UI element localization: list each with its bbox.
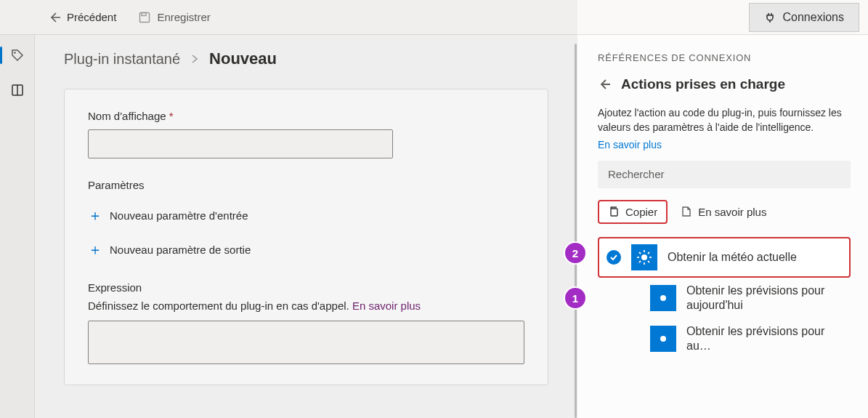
breadcrumb-current: Nouveau [209, 49, 277, 68]
plus-icon: ＋ [88, 240, 102, 260]
main-content: Plug-in instantané Nouveau Nom d'afficha… [35, 35, 577, 418]
save-button[interactable]: Enregistrer [134, 8, 214, 27]
new-input-param-button[interactable]: ＋ Nouveau paramètre d'entrée [88, 201, 248, 230]
svg-point-15 [660, 295, 666, 301]
copy-icon [608, 206, 620, 217]
panel-more-label: En savoir plus [698, 206, 766, 218]
sun-icon [650, 326, 676, 352]
tag-icon [11, 49, 24, 62]
svg-line-11 [639, 252, 641, 254]
back-button[interactable]: Précédent [44, 8, 121, 27]
display-name-label: Nom d'affichage * [88, 110, 524, 122]
breadcrumb-parent[interactable]: Plug-in instantané [64, 51, 180, 68]
panel-more-link[interactable]: En savoir plus [681, 206, 766, 218]
expression-title: Expression [88, 281, 524, 294]
connection-references-panel: RÉFÉRENCES DE CONNEXION Actions prises e… [577, 35, 868, 418]
arrow-left-icon [48, 11, 61, 24]
svg-rect-5 [611, 209, 617, 216]
action-label: Obtenir les prévisions pour aujourd'hui [686, 284, 851, 313]
connections-button[interactable]: Connexions [749, 3, 860, 32]
svg-line-12 [648, 261, 649, 262]
panel-subheading: Actions prises en charge [621, 76, 785, 92]
expression-learn-more-link[interactable]: En savoir plus [352, 300, 421, 312]
sun-icon [650, 285, 676, 311]
display-name-input[interactable] [88, 129, 393, 158]
action-label: Obtenir la météo actuelle [668, 250, 797, 265]
toolbar: Précédent Enregistrer Connexions [0, 0, 868, 35]
svg-rect-4 [142, 12, 146, 15]
book-icon [11, 84, 24, 97]
action-item-current-weather[interactable]: Obtenir la météo actuelle [598, 237, 851, 278]
chevron-right-icon [190, 55, 199, 63]
checkmark-icon [607, 250, 621, 265]
annotation-step-1: 1 [565, 288, 585, 308]
expression-description: Définissez le comportement du plug-in en… [88, 300, 524, 312]
annotation-step-2: 2 [565, 243, 585, 263]
svg-point-6 [641, 254, 647, 260]
panel-heading: RÉFÉRENCES DE CONNEXION [598, 52, 851, 63]
svg-line-14 [639, 261, 641, 262]
form-card: Nom d'affichage * Paramètres ＋ Nouveau p… [64, 89, 548, 385]
new-output-param-label: Nouveau paramètre de sortie [110, 244, 251, 256]
back-label: Précédent [67, 11, 116, 23]
action-item-forecast-truncated[interactable]: Obtenir les prévisions pour au… [650, 318, 851, 359]
copy-label: Copier [625, 206, 657, 218]
nav-book-item[interactable] [3, 76, 32, 105]
action-label: Obtenir les prévisions pour au… [686, 324, 851, 353]
search-input[interactable] [598, 161, 851, 188]
svg-line-13 [648, 252, 649, 254]
connections-label: Connexions [783, 11, 845, 24]
panel-description: Ajoutez l'action au code du plug-in, pui… [598, 105, 851, 135]
plus-icon: ＋ [88, 206, 102, 225]
svg-point-0 [14, 52, 16, 54]
document-icon [681, 206, 692, 217]
nav-tag-item[interactable] [3, 41, 32, 70]
new-input-param-label: Nouveau paramètre d'entrée [110, 209, 248, 222]
action-item-forecast-today[interactable]: Obtenir les prévisions pour aujourd'hui [650, 278, 851, 318]
plug-icon [764, 12, 776, 23]
copy-button[interactable]: Copier [598, 200, 668, 224]
breadcrumb: Plug-in instantané Nouveau [64, 49, 548, 68]
save-label: Enregistrer [157, 11, 210, 23]
panel-back-button[interactable] [598, 78, 611, 91]
sun-icon [631, 244, 657, 270]
panel-learn-more-link[interactable]: En savoir plus [598, 139, 662, 150]
svg-point-16 [660, 336, 666, 342]
new-output-param-button[interactable]: ＋ Nouveau paramètre de sortie [88, 236, 251, 264]
parameters-title: Paramètres [88, 179, 524, 191]
nav-rail [0, 0, 35, 418]
expression-input[interactable] [88, 321, 524, 364]
required-asterisk: * [169, 110, 174, 122]
save-icon [138, 11, 151, 24]
